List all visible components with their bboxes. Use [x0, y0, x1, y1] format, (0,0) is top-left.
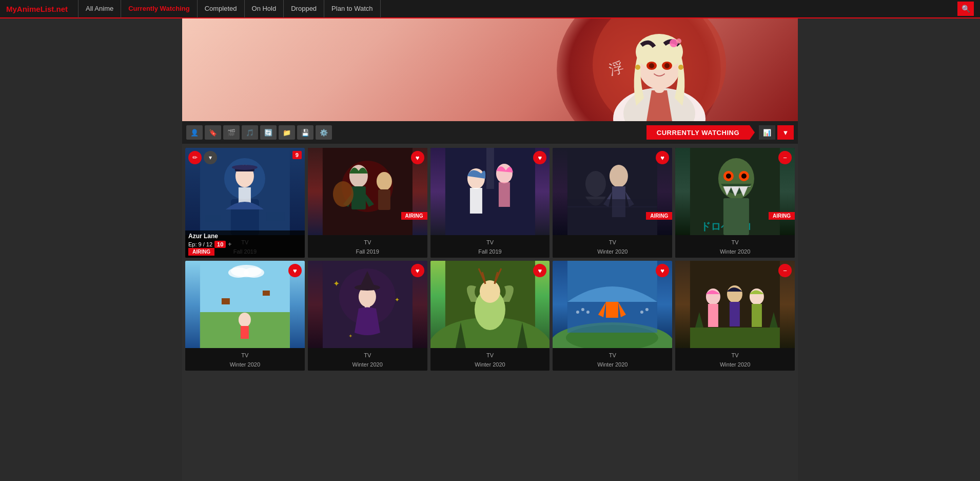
svg-point-40 [610, 165, 628, 187]
chevron-button-1[interactable]: ▾ [204, 151, 217, 164]
site-logo: MyAnimeList.net [6, 5, 68, 13]
nav-on-hold[interactable]: On Hold [245, 0, 284, 18]
airing-overlay-2: AIRING [401, 212, 427, 220]
svg-point-14 [678, 65, 683, 70]
card-overlay-1: Azur Lane Ep: 9 / 12 10 + AIRING [185, 230, 305, 258]
nav-completed[interactable]: Completed [198, 0, 245, 18]
tool-refresh-button[interactable]: 🔄 [260, 125, 277, 140]
card-type-9: TV [609, 352, 616, 358]
tool-settings-button[interactable]: ⚙️ [316, 125, 332, 140]
anime-grid: ✏ ▾ 9 Azur Lane Ep: 9 / 12 10 + AIRING T… [182, 144, 798, 375]
nav-all-anime[interactable]: All Anime [78, 0, 121, 18]
svg-rect-97 [752, 304, 762, 327]
right-sidebar [798, 18, 980, 480]
anime-card-1[interactable]: ✏ ▾ 9 Azur Lane Ep: 9 / 12 10 + AIRING T… [185, 148, 305, 258]
plus-icon-1: + [228, 241, 231, 248]
card-type-3: TV [486, 239, 494, 245]
card-season-8: Winter 2020 [475, 361, 505, 368]
main-container: 浮 👤 🔖 🎬 🎵 🔄 📁 💾 ⚙️ CURRENTLY WATCHING 📊 … [0, 18, 980, 480]
ep-info-1: Ep: 9 / 12 10 + [188, 241, 302, 248]
svg-point-6 [636, 34, 683, 70]
svg-point-85 [586, 311, 590, 314]
card-bottom-7: TV Winter 2020 [308, 348, 427, 371]
tool-film-button[interactable]: 🎬 [223, 125, 240, 140]
anime-card-3[interactable]: ♥ TV Fall 2019 [430, 148, 550, 258]
anime-card-6[interactable]: ♥ TV Winter 2020 [185, 261, 305, 371]
toolbar: 👤 🔖 🎬 🎵 🔄 📁 💾 ⚙️ CURRENTLY WATCHING 📊 ▼ [182, 121, 798, 144]
heart-button-7[interactable]: ♥ [411, 264, 424, 277]
anime-card-2[interactable]: ♥ AIRING TV Fall 2019 [308, 148, 427, 258]
card-season-10: Winter 2020 [720, 361, 750, 368]
card-bottom-10: TV Winter 2020 [675, 348, 795, 371]
svg-point-13 [635, 65, 640, 70]
navbar: MyAnimeList.net All Anime Currently Watc… [0, 0, 980, 18]
heart-button-5[interactable]: − [778, 151, 792, 164]
episode-badge-1: 9 [292, 151, 302, 159]
tool-save-button[interactable]: 💾 [297, 125, 313, 140]
heart-button-2[interactable]: ♥ [411, 151, 424, 164]
center-content: 浮 👤 🔖 🎬 🎵 🔄 📁 💾 ⚙️ CURRENTLY WATCHING 📊 … [182, 18, 798, 480]
heart-button-4[interactable]: ♥ [656, 151, 669, 164]
anime-card-10[interactable]: − TV Winter 2020 [675, 261, 795, 371]
svg-rect-95 [730, 302, 740, 326]
chart-button[interactable]: 📊 [759, 125, 775, 140]
svg-rect-43 [567, 199, 657, 235]
filter-button[interactable]: ▼ [777, 125, 794, 140]
anime-card-8[interactable]: ♥ TV Winter 2020 [430, 261, 550, 371]
heart-button-6[interactable]: ♥ [288, 264, 302, 277]
card-bottom-9: TV Winter 2020 [553, 348, 672, 371]
svg-rect-35 [469, 188, 482, 214]
card-season-9: Winter 2020 [597, 361, 628, 368]
anime-card-7[interactable]: ✦ ✦ ✦ ♥ TV Winter 2020 [308, 261, 427, 371]
svg-point-8 [676, 39, 681, 44]
card-season-5: Winter 2020 [720, 248, 750, 255]
tool-folder-button[interactable]: 📁 [279, 125, 295, 140]
nav-currently-watching[interactable]: Currently Watching [121, 0, 197, 18]
score-badge-1: 10 [214, 241, 226, 248]
edit-button-1[interactable]: ✏ [188, 151, 202, 164]
heart-button-10[interactable]: − [778, 264, 792, 277]
card-season-4: Winter 2020 [597, 248, 628, 255]
svg-rect-37 [498, 182, 509, 207]
anime-card-4[interactable]: ♥ AIRING TV Winter 2020 [553, 148, 672, 258]
card-image-9: ♥ [553, 261, 672, 348]
svg-text:✦: ✦ [395, 296, 400, 303]
nav-dropped[interactable]: Dropped [284, 0, 324, 18]
svg-point-87 [645, 308, 649, 311]
svg-rect-24 [267, 212, 285, 221]
heart-button-9[interactable]: ♥ [656, 264, 669, 277]
card-type-8: TV [486, 352, 494, 358]
card-type-5: TV [732, 239, 739, 245]
card-image-5: ドロヘドロ − AIRING [675, 148, 795, 235]
svg-text:✦: ✦ [333, 279, 340, 288]
card-bottom-3: TV Fall 2019 [430, 235, 550, 258]
nav-plan-to-watch[interactable]: Plan to Watch [324, 0, 380, 18]
nav-links: All Anime Currently Watching Completed O… [78, 0, 957, 18]
card-season-7: Winter 2020 [352, 361, 383, 368]
svg-rect-93 [708, 304, 718, 327]
svg-rect-38 [486, 148, 494, 189]
svg-text:✦: ✦ [348, 333, 352, 339]
card-bottom-4: TV Winter 2020 [553, 235, 672, 258]
anime-card-9[interactable]: ♥ TV Winter 2020 [553, 261, 672, 371]
svg-point-36 [496, 164, 512, 183]
svg-point-76 [479, 280, 500, 303]
svg-point-42 [585, 171, 606, 197]
anime-card-5[interactable]: ドロヘドロ − AIRING TV Winter 2020 [675, 148, 795, 258]
svg-point-12 [664, 63, 670, 68]
tool-bookmark-button[interactable]: 🔖 [205, 125, 221, 140]
tool-music-button[interactable]: 🎵 [242, 125, 258, 140]
svg-point-83 [576, 311, 579, 314]
svg-rect-20 [239, 187, 251, 203]
search-button[interactable]: 🔍 [957, 2, 974, 16]
tool-user-button[interactable]: 👤 [186, 125, 203, 140]
svg-rect-32 [323, 148, 413, 235]
svg-point-50 [741, 174, 747, 179]
airing-badge-1: AIRING [188, 248, 214, 256]
card-image-6: ♥ [185, 261, 305, 348]
svg-point-59 [239, 313, 251, 327]
svg-rect-56 [222, 298, 230, 304]
card-type-4: TV [609, 239, 616, 245]
card-type-6: TV [241, 352, 248, 358]
currently-watching-label: CURRENTLY WATCHING [646, 125, 755, 140]
